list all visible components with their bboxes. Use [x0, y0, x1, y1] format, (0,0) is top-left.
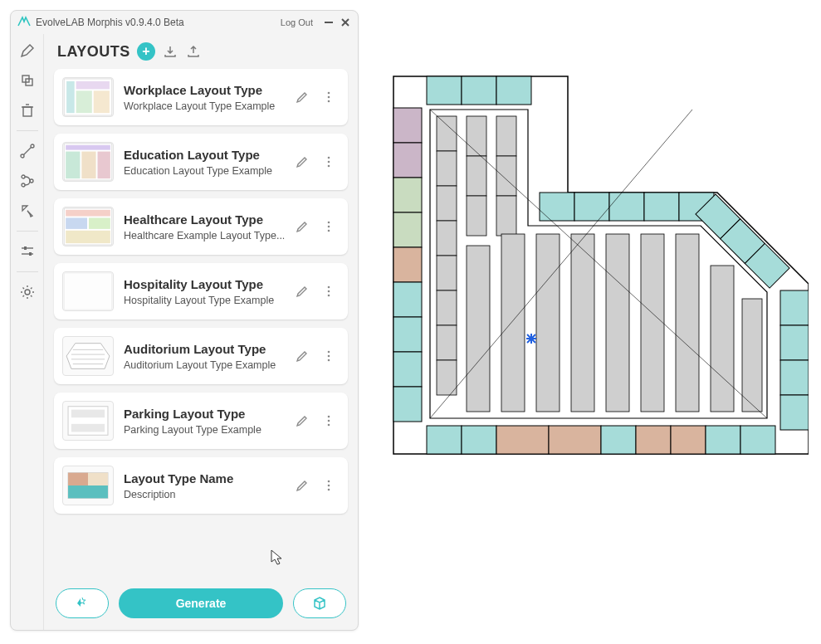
- svg-rect-81: [574, 193, 609, 221]
- layout-title: Workplace Layout Type: [124, 83, 291, 97]
- auto-pick-button[interactable]: [56, 588, 109, 618]
- logout-link[interactable]: Log Out: [281, 17, 313, 27]
- svg-rect-82: [609, 193, 644, 221]
- svg-rect-92: [427, 426, 462, 454]
- svg-rect-72: [393, 143, 422, 178]
- edit-layout-icon[interactable]: [291, 281, 313, 302]
- layout-desc: Hospitality Layout Type Example: [124, 295, 291, 306]
- svg-rect-118: [571, 234, 594, 412]
- layout-title: Parking Layout Type: [124, 407, 291, 421]
- edit-layout-icon[interactable]: [291, 410, 313, 432]
- svg-rect-93: [462, 426, 496, 454]
- edit-layout-icon[interactable]: [291, 475, 313, 496]
- svg-rect-63: [88, 473, 108, 485]
- svg-point-40: [328, 222, 330, 224]
- svg-rect-117: [536, 234, 560, 412]
- svg-rect-116: [501, 234, 525, 412]
- edit-layout-icon[interactable]: [291, 216, 313, 237]
- panel-footer: Generate: [44, 580, 358, 630]
- layout-card[interactable]: Healthcare Layout Type Healthcare Exampl…: [54, 198, 348, 255]
- layout-card[interactable]: Workplace Layout Type Workplace Layout T…: [54, 69, 348, 125]
- cube-button[interactable]: [293, 588, 346, 618]
- edit-layout-icon[interactable]: [291, 345, 313, 367]
- svg-rect-69: [462, 76, 496, 105]
- titlebar: EvolveLAB Morphis v0.9.4.0 Beta Log Out: [11, 11, 358, 34]
- copy-tool-icon[interactable]: [14, 67, 41, 94]
- line-tool-icon[interactable]: [14, 138, 41, 164]
- layout-menu-icon[interactable]: [318, 86, 340, 108]
- layout-desc: Auditorium Layout Type Example: [124, 359, 291, 371]
- branch-tool-icon[interactable]: [14, 168, 41, 194]
- svg-rect-78: [393, 352, 422, 387]
- settings-tool-icon[interactable]: [14, 279, 41, 305]
- svg-point-32: [328, 157, 330, 159]
- layout-desc: Description: [124, 489, 291, 500]
- layout-thumbnail: [62, 142, 114, 182]
- import-icon[interactable]: [162, 43, 178, 60]
- svg-point-44: [328, 286, 330, 289]
- layout-menu-icon[interactable]: [318, 151, 340, 173]
- svg-rect-120: [641, 234, 664, 412]
- svg-rect-90: [780, 360, 809, 395]
- svg-rect-76: [393, 282, 422, 317]
- sliders-tool-icon[interactable]: [14, 238, 41, 265]
- layout-card[interactable]: Layout Type Name Description: [54, 457, 348, 514]
- layout-card[interactable]: Hospitality Layout Type Hospitality Layo…: [54, 263, 348, 320]
- svg-rect-106: [437, 290, 457, 325]
- select-tool-icon[interactable]: [14, 198, 41, 224]
- pencil-tool-icon[interactable]: [14, 37, 41, 64]
- layout-thumbnail: [62, 271, 114, 311]
- layouts-list: Workplace Layout Type Workplace Layout T…: [44, 66, 358, 580]
- svg-rect-80: [540, 193, 574, 221]
- svg-rect-104: [437, 221, 457, 256]
- layout-menu-icon[interactable]: [318, 410, 340, 432]
- svg-rect-39: [66, 231, 110, 243]
- morphis-panel: EvolveLAB Morphis v0.9.4.0 Beta Log Out …: [10, 10, 359, 631]
- layout-menu-icon[interactable]: [318, 281, 340, 302]
- svg-rect-36: [66, 210, 110, 217]
- svg-rect-123: [742, 299, 762, 412]
- svg-rect-99: [706, 426, 740, 454]
- svg-point-8: [21, 154, 24, 158]
- layout-menu-icon[interactable]: [318, 216, 340, 237]
- svg-rect-102: [437, 151, 457, 186]
- add-layout-button[interactable]: +: [137, 42, 155, 61]
- edit-layout-icon[interactable]: [291, 86, 313, 108]
- svg-rect-105: [437, 256, 457, 290]
- export-icon[interactable]: [185, 43, 202, 60]
- layout-card[interactable]: Education Layout Type Education Layout T…: [54, 134, 348, 190]
- svg-rect-23: [94, 90, 110, 113]
- svg-rect-88: [780, 290, 809, 325]
- layout-title: Layout Type Name: [124, 471, 291, 485]
- svg-rect-110: [467, 156, 486, 196]
- layout-menu-icon[interactable]: [318, 345, 340, 367]
- generate-button[interactable]: Generate: [119, 588, 283, 618]
- floor-plan-canvas[interactable]: [385, 68, 809, 458]
- svg-rect-101: [437, 116, 457, 151]
- layout-thumbnail: [62, 77, 114, 117]
- svg-rect-37: [66, 217, 87, 228]
- svg-rect-115: [467, 246, 490, 412]
- svg-rect-94: [496, 426, 549, 454]
- window-title: EvolveLAB Morphis v0.9.4.0 Beta: [36, 17, 281, 28]
- svg-point-66: [328, 485, 330, 487]
- svg-rect-22: [76, 90, 92, 113]
- minimize-button[interactable]: [321, 15, 336, 30]
- svg-point-45: [328, 290, 330, 293]
- trash-tool-icon[interactable]: [14, 97, 41, 124]
- layout-card[interactable]: Parking Layout Type Parking Layout Type …: [54, 393, 348, 449]
- svg-rect-121: [676, 234, 699, 412]
- svg-rect-79: [393, 387, 422, 422]
- svg-rect-17: [29, 252, 32, 256]
- svg-point-65: [328, 481, 330, 483]
- svg-rect-111: [467, 196, 486, 236]
- svg-marker-47: [66, 344, 110, 369]
- layout-card[interactable]: Auditorium Layout Type Auditorium Layout…: [54, 328, 348, 384]
- layout-menu-icon[interactable]: [318, 475, 340, 496]
- svg-rect-113: [496, 156, 516, 196]
- close-button[interactable]: [338, 15, 353, 30]
- svg-rect-119: [606, 234, 629, 412]
- svg-rect-114: [496, 196, 516, 236]
- edit-layout-icon[interactable]: [291, 151, 313, 173]
- svg-point-11: [22, 175, 25, 178]
